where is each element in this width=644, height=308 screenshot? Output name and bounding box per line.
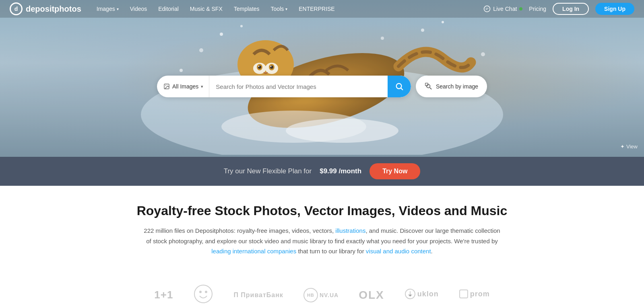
logo-text: depositphotos (26, 4, 81, 14)
search-by-image-label: Search by image (436, 83, 478, 90)
caret-icon: ▾ (285, 7, 287, 11)
search-type-label: All Images (172, 83, 198, 90)
search-main-bar: All Images ▾ (157, 76, 411, 97)
svg-point-29 (194, 285, 212, 303)
search-type-dropdown[interactable]: All Images ▾ (157, 76, 209, 97)
svg-point-25 (165, 85, 166, 86)
try-now-button[interactable]: Try Now (369, 163, 420, 179)
logo-icon: d (10, 2, 23, 15)
dropdown-caret-icon: ▾ (201, 84, 203, 89)
client-logo-3: П ПриватБанк (233, 292, 283, 299)
search-icon (395, 82, 404, 91)
sub-description: 222 million files on Depositphotos: roya… (141, 226, 503, 257)
nav-link-images[interactable]: Images ▾ (97, 6, 119, 12)
nav-link-tools[interactable]: Tools ▾ (271, 6, 288, 12)
search-bar: All Images ▾ Search by image (157, 76, 487, 97)
svg-rect-33 (460, 290, 468, 298)
promo-price: $9.99 /month (320, 167, 361, 175)
visual-audio-link[interactable]: visual and audio content (366, 248, 431, 255)
promo-band: Try our New Flexible Plan for $9.99 /mon… (0, 157, 644, 186)
image-type-icon (163, 83, 170, 90)
logos-section: 1+1 П ПриватБанк НВ NV.UA OLX uklon (0, 284, 644, 308)
svg-point-0 (484, 6, 490, 12)
promo-text-before: Try our New Flexible Plan for (224, 167, 312, 175)
client-logo-7: prom (459, 289, 490, 301)
nav-link-editorial[interactable]: Editorial (158, 6, 179, 12)
client-logo-1: 1+1 (154, 289, 173, 301)
leading-companies-link[interactable]: leading international companies (211, 248, 296, 255)
caret-icon: ▾ (117, 7, 119, 11)
nav-link-templates[interactable]: Templates (234, 6, 260, 12)
illustrations-link[interactable]: illustrations (335, 227, 365, 234)
content-section: Royalty-free Stock Photos, Vector Images… (0, 186, 644, 284)
client-logo-6: uklon (405, 288, 439, 302)
search-submit-button[interactable] (388, 76, 411, 97)
nav-right: Live Chat Pricing Log In Sign Up (483, 3, 634, 15)
live-chat-label: Live Chat (493, 6, 517, 12)
hero-content: All Images ▾ Search by image (0, 76, 644, 97)
pricing-link[interactable]: Pricing (529, 6, 546, 12)
main-heading: Royalty-free Stock Photos, Vector Images… (8, 203, 636, 218)
hero-section: All Images ▾ Search by image (0, 0, 644, 157)
navigation: d depositphotos Images ▾ Videos Editoria… (0, 0, 644, 18)
prom-icon (459, 289, 469, 299)
nav-link-videos[interactable]: Videos (130, 6, 147, 12)
nav-link-music[interactable]: Music & SFX (190, 6, 223, 12)
login-button[interactable]: Log In (553, 3, 589, 15)
logo[interactable]: d depositphotos (10, 2, 81, 15)
chat-icon (483, 5, 491, 12)
svg-point-27 (427, 84, 430, 88)
client-logo-5: OLX (359, 289, 384, 302)
smiley-logo (193, 284, 213, 304)
nav-link-enterprise[interactable]: ENTERPRISE (299, 6, 334, 12)
client-logo-2 (193, 284, 213, 306)
live-chat-link[interactable]: Live Chat (483, 5, 522, 12)
signup-button[interactable]: Sign Up (595, 3, 634, 15)
client-logo-4: НВ NV.UA (303, 288, 339, 302)
svg-point-30 (199, 291, 202, 293)
search-by-image-button[interactable]: Search by image (416, 76, 487, 97)
nav-left: d depositphotos Images ▾ Videos Editoria… (10, 2, 483, 15)
reverse-image-search-icon (425, 82, 433, 90)
uklon-icon (405, 288, 416, 300)
svg-point-31 (205, 291, 207, 293)
search-input[interactable] (209, 83, 388, 90)
view-link[interactable]: ✦ View (620, 144, 638, 150)
online-indicator (519, 7, 522, 10)
